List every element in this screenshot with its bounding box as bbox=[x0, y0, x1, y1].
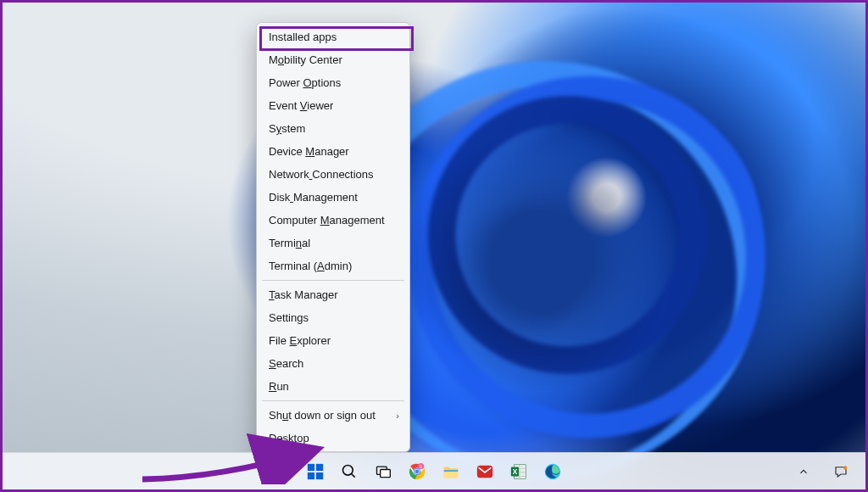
taskbar-icons: gX bbox=[303, 459, 565, 484]
task-view-icon[interactable] bbox=[370, 459, 396, 484]
svg-point-11 bbox=[415, 469, 420, 473]
start-icon[interactable] bbox=[303, 459, 328, 484]
menu-separator bbox=[262, 280, 404, 281]
menu-item-shut-down-or-sign-out[interactable]: Shut down or sign out› bbox=[257, 404, 409, 427]
menu-item-device-manager[interactable]: Device Manager bbox=[257, 140, 409, 163]
menu-item-file-explorer[interactable]: File Explorer bbox=[257, 329, 409, 352]
menu-item-label: System bbox=[269, 122, 305, 135]
menu-item-power-options[interactable]: Power Options bbox=[257, 71, 409, 94]
chrome-icon[interactable]: g bbox=[404, 459, 430, 484]
svg-point-26 bbox=[843, 466, 848, 470]
svg-rect-1 bbox=[316, 463, 323, 470]
menu-item-label: Disk Management bbox=[269, 191, 358, 204]
svg-line-5 bbox=[352, 473, 355, 477]
search-icon[interactable] bbox=[337, 459, 362, 484]
menu-item-terminal-admin[interactable]: Terminal (Admin) bbox=[257, 254, 409, 277]
menu-item-settings[interactable]: Settings bbox=[257, 306, 409, 329]
menu-item-disk-management[interactable]: Disk Management bbox=[257, 186, 409, 209]
menu-item-system[interactable]: System bbox=[257, 117, 409, 140]
svg-rect-7 bbox=[381, 469, 391, 477]
menu-item-label: Desktop bbox=[269, 432, 309, 444]
taskbar[interactable]: gX bbox=[3, 452, 865, 489]
winx-context-menu[interactable]: Installed appsMobility CenterPower Optio… bbox=[256, 22, 410, 452]
svg-point-4 bbox=[343, 465, 353, 475]
menu-item-label: Run bbox=[269, 380, 289, 393]
menu-separator bbox=[262, 400, 404, 401]
wallpaper-swirl bbox=[359, 79, 723, 444]
menu-item-mobility-center[interactable]: Mobility Center bbox=[257, 48, 409, 71]
svg-rect-2 bbox=[308, 472, 314, 478]
menu-item-computer-management[interactable]: Computer Management bbox=[257, 209, 409, 232]
svg-rect-0 bbox=[308, 463, 314, 470]
menu-item-label: Task Manager bbox=[269, 288, 338, 301]
menu-item-installed-apps[interactable]: Installed apps bbox=[257, 25, 409, 48]
menu-item-event-viewer[interactable]: Event Viewer bbox=[257, 94, 409, 117]
excel-icon[interactable]: X bbox=[506, 459, 531, 484]
menu-item-label: Terminal (Admin) bbox=[269, 260, 352, 272]
menu-item-label: Power Options bbox=[269, 76, 341, 89]
menu-item-label: Settings bbox=[269, 311, 309, 324]
menu-item-label: File Explorer bbox=[269, 334, 331, 347]
menu-item-task-manager[interactable]: Task Manager bbox=[257, 283, 409, 306]
menu-item-network-connections[interactable]: Network Connections bbox=[257, 163, 409, 186]
tray-chevron-up-icon[interactable] bbox=[791, 459, 816, 484]
submenu-caret-icon: › bbox=[396, 411, 399, 421]
menu-item-label: Search bbox=[269, 357, 303, 370]
menu-item-label: Device Manager bbox=[269, 145, 349, 158]
menu-item-label: Terminal bbox=[269, 237, 310, 249]
mail-icon[interactable] bbox=[472, 459, 498, 484]
menu-item-desktop[interactable]: Desktop bbox=[257, 427, 409, 450]
menu-item-label: Shut down or sign out bbox=[269, 409, 376, 422]
system-tray[interactable] bbox=[791, 453, 854, 489]
notification-icon[interactable] bbox=[828, 459, 854, 484]
screen: Installed appsMobility CenterPower Optio… bbox=[0, 0, 868, 492]
menu-item-search[interactable]: Search bbox=[257, 352, 409, 375]
menu-item-label: Computer Management bbox=[269, 214, 385, 226]
menu-item-label: Mobility Center bbox=[269, 53, 342, 66]
menu-item-label: Event Viewer bbox=[269, 99, 333, 112]
svg-text:X: X bbox=[513, 467, 518, 475]
svg-rect-15 bbox=[444, 470, 459, 472]
file-explorer-icon[interactable] bbox=[438, 459, 464, 484]
menu-item-label: Installed apps bbox=[269, 31, 337, 43]
menu-item-run[interactable]: Run bbox=[257, 375, 409, 398]
edge-icon[interactable] bbox=[540, 459, 565, 484]
svg-rect-3 bbox=[316, 472, 323, 478]
menu-item-label: Network Connections bbox=[269, 168, 374, 181]
menu-item-terminal[interactable]: Terminal bbox=[257, 232, 409, 254]
